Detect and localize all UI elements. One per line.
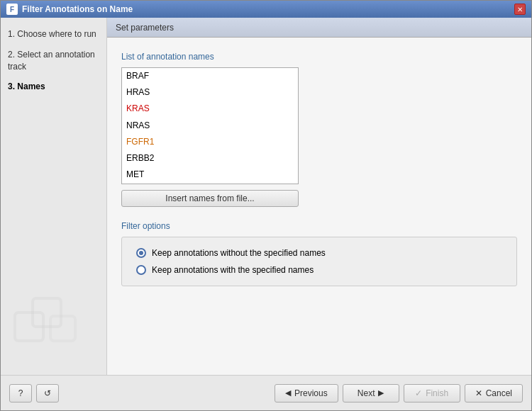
list-item[interactable]: BRAF [122, 68, 298, 84]
step-2: 2. Select an annotation track [8, 49, 99, 73]
set-params-header: Set parameters [107, 18, 531, 38]
previous-button[interactable]: ◀ Previous [275, 384, 338, 402]
step-1-number: 1. [8, 29, 17, 39]
cancel-label: Cancel [486, 388, 512, 398]
list-item[interactable]: HRAS [122, 84, 298, 101]
list-item[interactable]: MET [122, 167, 298, 183]
filter-options-box: Keep annotations without the specified n… [121, 237, 517, 286]
previous-label: Previous [294, 388, 328, 398]
list-item[interactable]: ERBB2 [122, 150, 298, 167]
finish-button[interactable]: ✓ Finish [404, 384, 460, 402]
filter-section-label: Filter options [121, 221, 517, 231]
list-with-scroll: BRAF HRAS KRAS NRAS FGFR1 ERBB2 MET FGFR… [121, 67, 517, 190]
close-button[interactable]: ✕ [514, 4, 526, 15]
list-item[interactable]: FGFR1 [122, 134, 298, 150]
step-2-number: 2. [8, 50, 17, 60]
filter-option-1-label: Keep annotations without the specified n… [152, 248, 326, 258]
help-button[interactable]: ? [9, 384, 32, 402]
filter-option-2-label: Keep annotations with the specified name… [152, 265, 314, 275]
list-section: List of annotation names BRAF HRAS KRAS … [121, 52, 517, 207]
bottom-right-buttons: ◀ Previous Next ▶ ✓ Finish ✕ Cancel [275, 384, 523, 402]
radio-1[interactable] [136, 248, 146, 258]
list-section-label: List of annotation names [121, 52, 517, 62]
step-2-label: Select an annotation track [8, 50, 95, 72]
cancel-x-icon: ✕ [475, 388, 482, 398]
bottom-left-buttons: ? ↺ [9, 384, 59, 402]
set-params-label: Set parameters [116, 23, 174, 33]
reset-button[interactable]: ↺ [36, 384, 59, 402]
annotation-list[interactable]: BRAF HRAS KRAS NRAS FGFR1 ERBB2 MET FGFR… [121, 67, 299, 184]
next-arrow-icon: ▶ [378, 388, 384, 398]
steps-list: 1. Choose where to run 2. Select an anno… [8, 28, 99, 93]
sidebar: 1. Choose where to run 2. Select an anno… [1, 18, 107, 375]
step-1: 1. Choose where to run [8, 28, 99, 40]
main-window: F Filter Annotations on Name ✕ 1. Choose… [0, 0, 532, 411]
filter-option-1[interactable]: Keep annotations without the specified n… [136, 248, 502, 258]
radio-2[interactable] [136, 265, 146, 275]
main-content: 1. Choose where to run 2. Select an anno… [1, 18, 531, 375]
deco-svg [11, 288, 82, 359]
title-bar: F Filter Annotations on Name ✕ [1, 1, 531, 18]
step-3: 3. Names [8, 81, 99, 93]
previous-arrow-icon: ◀ [285, 388, 291, 398]
app-icon: F [6, 4, 18, 15]
right-panel: Set parameters List of annotation names … [107, 18, 531, 375]
cancel-button[interactable]: ✕ Cancel [465, 384, 523, 402]
step-3-number: 3. [8, 81, 17, 91]
step-3-label: Names [17, 81, 45, 91]
decoration [11, 288, 82, 361]
next-label: Next [358, 388, 375, 398]
insert-names-button[interactable]: Insert names from file... [121, 190, 299, 207]
next-button[interactable]: Next ▶ [343, 384, 399, 402]
svg-rect-2 [50, 316, 75, 341]
finish-label: Finish [426, 388, 448, 398]
title-bar-left: F Filter Annotations on Name [6, 4, 133, 15]
window-title: Filter Annotations on Name [22, 4, 133, 14]
bottom-bar: ? ↺ ◀ Previous Next ▶ ✓ Finish ✕ Cancel [1, 375, 531, 410]
filter-section: Filter options Keep annotations without … [121, 221, 517, 286]
list-item[interactable]: NRAS [122, 118, 298, 134]
step-1-label: Choose where to run [17, 29, 96, 39]
finish-checkmark-icon: ✓ [415, 388, 422, 398]
list-item[interactable]: KRAS [122, 101, 298, 117]
list-item[interactable]: FGFR3 [122, 183, 298, 184]
panel-body: List of annotation names BRAF HRAS KRAS … [107, 38, 531, 375]
filter-option-2[interactable]: Keep annotations with the specified name… [136, 265, 502, 275]
